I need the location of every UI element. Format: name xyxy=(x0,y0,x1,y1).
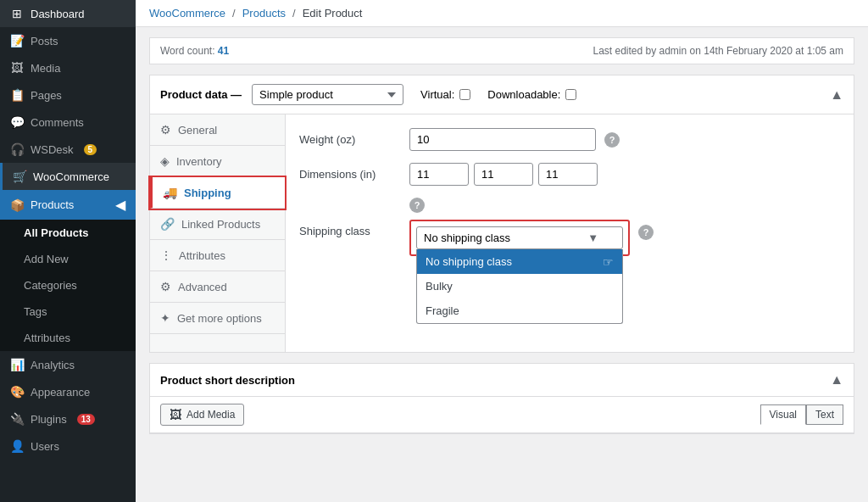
plugins-icon: 🔌 xyxy=(10,412,24,426)
shipping-option-bulky-label: Bulky xyxy=(426,280,453,293)
tab-get-more-label: Get more options xyxy=(177,312,262,325)
sidebar-item-comments[interactable]: 💬 Comments xyxy=(0,109,136,136)
sidebar-item-wsdesk[interactable]: 🎧 WSDesk 5 xyxy=(0,136,136,163)
shipping-option-fragile-label: Fragile xyxy=(426,304,459,317)
product-data-box: Product data — Simple product Variable p… xyxy=(149,75,854,353)
sidebar-label-wsdesk: WSDesk xyxy=(31,143,74,156)
word-count-value: 41 xyxy=(218,45,229,57)
dimensions-label: Dimensions (in) xyxy=(299,168,401,181)
dimensions-row: Dimensions (in) xyxy=(299,163,840,186)
breadcrumb-sep-2: / xyxy=(292,7,296,20)
inventory-icon: ◈ xyxy=(160,154,170,168)
shipping-class-container: No shipping class ▼ No shipping class ☞ xyxy=(409,220,630,256)
product-data-header: Product data — Simple product Variable p… xyxy=(150,75,854,114)
product-data-label: Product data — xyxy=(160,88,242,101)
get-more-icon: ✦ xyxy=(160,311,170,325)
dimension-l-input[interactable] xyxy=(409,163,469,186)
general-icon: ⚙ xyxy=(160,123,171,137)
shipping-class-wrapper: No shipping class ▼ No shipping class ☞ xyxy=(409,220,630,256)
sidebar-label-media: Media xyxy=(31,62,60,75)
sidebar-item-products[interactable]: 📦 Products ◀ xyxy=(0,190,136,220)
shipping-option-bulky[interactable]: Bulky xyxy=(417,274,622,298)
downloadable-label: Downloadable: xyxy=(487,88,560,101)
shipping-option-no-class[interactable]: No shipping class ☞ xyxy=(417,249,622,274)
submenu-label-attributes: Attributes xyxy=(24,332,70,344)
submenu-label-all-products: All Products xyxy=(24,226,89,239)
meta-bar: Word count: 41 Last edited by admin on 1… xyxy=(149,37,854,64)
wsdesk-icon: 🎧 xyxy=(10,142,24,156)
tab-visual[interactable]: Visual xyxy=(760,404,806,425)
submenu-all-products[interactable]: All Products xyxy=(0,220,136,246)
weight-row: Weight (oz) ? xyxy=(299,128,840,151)
submenu-label-tags: Tags xyxy=(24,305,47,318)
dashboard-icon: ⊞ xyxy=(10,7,24,20)
shipping-panel: Weight (oz) ? Dimensions (in) xyxy=(286,114,854,352)
submenu-add-new[interactable]: Add New xyxy=(0,246,136,272)
dimensions-help-icon[interactable]: ? xyxy=(409,198,425,213)
attributes-icon: ⋮ xyxy=(160,248,172,262)
downloadable-checkbox[interactable] xyxy=(565,89,576,100)
add-media-button[interactable]: 🖼 Add Media xyxy=(160,404,244,426)
virtual-checkbox[interactable] xyxy=(459,89,470,100)
collapse-button[interactable]: ▲ xyxy=(830,87,843,103)
sidebar-item-dashboard[interactable]: ⊞ Dashboard xyxy=(0,0,136,27)
sidebar-item-appearance[interactable]: 🎨 Appearance xyxy=(0,378,136,405)
breadcrumb-woocommerce[interactable]: WooCommerce xyxy=(149,7,225,20)
pages-icon: 📋 xyxy=(10,88,24,102)
short-desc-collapse-button[interactable]: ▲ xyxy=(830,372,843,388)
tab-inventory[interactable]: ◈ Inventory xyxy=(150,146,285,177)
downloadable-checkbox-group: Downloadable: xyxy=(487,88,576,101)
submenu-tags[interactable]: Tags xyxy=(0,298,136,325)
woocommerce-icon: 🛒 xyxy=(13,170,26,183)
weight-help-icon[interactable]: ? xyxy=(604,132,620,148)
tab-general[interactable]: ⚙ General xyxy=(150,114,285,146)
shipping-icon: 🚚 xyxy=(163,186,177,199)
main-content: WooCommerce / Products / Edit Product Wo… xyxy=(136,0,868,502)
linked-products-icon: 🔗 xyxy=(160,217,175,231)
tab-text-label: Text xyxy=(815,409,834,421)
shipping-class-value: No shipping class xyxy=(424,231,510,244)
shipping-class-help-icon[interactable]: ? xyxy=(638,225,654,240)
shipping-class-select-display[interactable]: No shipping class ▼ xyxy=(416,226,623,249)
add-media-icon: 🖼 xyxy=(170,408,181,421)
shipping-option-fragile[interactable]: Fragile xyxy=(417,298,622,323)
tab-visual-label: Visual xyxy=(770,409,797,421)
dimensions-inputs xyxy=(409,163,598,186)
sidebar-label-pages: Pages xyxy=(31,89,62,102)
submenu-categories[interactable]: Categories xyxy=(0,272,136,298)
weight-input[interactable] xyxy=(409,128,596,151)
product-type-select[interactable]: Simple product Variable product Grouped … xyxy=(252,84,403,105)
sidebar-item-media[interactable]: 🖼 Media xyxy=(0,54,136,81)
product-data-layout: ⚙ General ◈ Inventory 🚚 Shipping 🔗 Linke… xyxy=(150,114,854,352)
short-desc-title: Product short description xyxy=(160,374,295,387)
short-desc-toolbar: 🖼 Add Media Visual Text xyxy=(150,397,854,433)
sidebar-item-pages[interactable]: 📋 Pages xyxy=(0,81,136,109)
products-submenu: All Products Add New Categories Tags Att… xyxy=(0,220,136,351)
tab-attributes[interactable]: ⋮ Attributes xyxy=(150,240,285,271)
breadcrumb-sep-1: / xyxy=(232,7,236,20)
tab-advanced[interactable]: ⚙ Advanced xyxy=(150,271,285,303)
sidebar-item-users[interactable]: 👤 Users xyxy=(0,432,136,460)
sidebar-label-comments: Comments xyxy=(31,116,84,129)
tab-get-more[interactable]: ✦ Get more options xyxy=(150,303,285,334)
sidebar-label-users: Users xyxy=(31,440,59,453)
tab-advanced-label: Advanced xyxy=(178,281,227,293)
sidebar: ⊞ Dashboard 📝 Posts 🖼 Media 📋 Pages 💬 Co… xyxy=(0,0,136,502)
sidebar-label-appearance: Appearance xyxy=(31,386,90,399)
last-edited: Last edited by admin on 14th February 20… xyxy=(593,45,843,57)
tab-text[interactable]: Text xyxy=(806,404,843,425)
sidebar-item-woocommerce[interactable]: 🛒 WooCommerce xyxy=(0,163,136,190)
tab-shipping[interactable]: 🚚 Shipping xyxy=(150,177,285,209)
submenu-label-categories: Categories xyxy=(24,279,77,292)
weight-label: Weight (oz) xyxy=(299,133,401,146)
sidebar-item-plugins[interactable]: 🔌 Plugins 13 xyxy=(0,405,136,432)
tab-inventory-label: Inventory xyxy=(176,155,221,168)
tab-linked-products[interactable]: 🔗 Linked Products xyxy=(150,209,285,240)
editor-tabs: Visual Text xyxy=(760,404,843,425)
submenu-attributes[interactable]: Attributes xyxy=(0,325,136,351)
breadcrumb-products[interactable]: Products xyxy=(242,7,286,20)
sidebar-item-posts[interactable]: 📝 Posts xyxy=(0,27,136,54)
dimension-h-input[interactable] xyxy=(538,163,598,186)
dimension-w-input[interactable] xyxy=(474,163,533,186)
sidebar-item-analytics[interactable]: 📊 Analytics xyxy=(0,351,136,378)
